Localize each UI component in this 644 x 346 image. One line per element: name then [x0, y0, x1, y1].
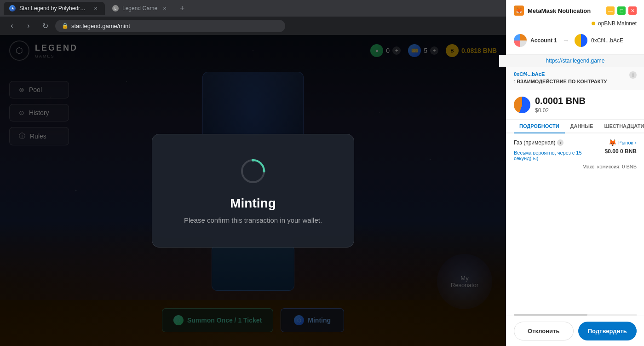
- mm-maximize-button[interactable]: □: [617, 6, 626, 15]
- mm-transfer-arrow: →: [563, 37, 569, 44]
- mm-contract-section: 0xCf4...bAcE : ВЗАИМОДЕЙСТВИЕ ПО КОНТРАК…: [506, 67, 644, 90]
- mm-contract-info: 0xCf4...bAcE : ВЗАИМОДЕЙСТВИЕ ПО КОНТРАК…: [514, 71, 607, 85]
- back-button[interactable]: ‹: [6, 19, 18, 32]
- tab-close-1[interactable]: ✕: [92, 5, 99, 12]
- mm-to-avatar: [575, 34, 587, 47]
- mm-network-name: opBNB Mainnet: [598, 20, 637, 27]
- mm-pie-chart-icon: [514, 97, 530, 113]
- mm-window-controls: — □ ✕: [606, 6, 637, 15]
- mm-tabs: ПОДРОБНОСТИ ДАННЫЕ ШЕСТНАДЦАТИРИЧНЫЕ: [506, 120, 644, 133]
- mm-amount-section: 0.0001 BNB $0.02: [506, 90, 644, 120]
- mm-from-avatar: [514, 34, 527, 47]
- url-text: star.legend.game/mint: [71, 23, 130, 29]
- mm-contract-address: 0xCf4...bAcE: [514, 71, 607, 77]
- mm-gas-row: Газ (примерная) i 🦊 Рынок ›: [514, 139, 637, 146]
- mm-title-text: MetaMask Notification: [528, 7, 591, 14]
- mm-usd-amount: $0.02: [535, 107, 586, 114]
- mm-tab-data[interactable]: ДАННЫЕ: [565, 120, 599, 133]
- mm-footer: Отклонить Подтвердить: [506, 316, 644, 346]
- svg-point-2: [263, 170, 265, 173]
- tab-favicon-2: L: [112, 5, 119, 12]
- minting-modal: Minting Please confirm this transaction …: [152, 134, 354, 248]
- new-tab-button[interactable]: +: [176, 2, 189, 15]
- mm-from-account: Account 1: [530, 37, 557, 44]
- mm-site-url: https://star.legend.game: [499, 55, 644, 67]
- mm-contract-label: ВЗАИМОДЕЙСТВИЕ ПО КОНТРАКТУ: [517, 79, 607, 84]
- mm-gas-section: Газ (примерная) i 🦊 Рынок › Весьма вероя…: [506, 133, 644, 314]
- mm-market-link[interactable]: 🦊 Рынок ›: [609, 139, 637, 146]
- mm-close-button[interactable]: ✕: [628, 6, 637, 15]
- mm-to-address: 0xCf4...bAcE: [591, 37, 623, 44]
- minting-overlay: Minting Please confirm this transaction …: [0, 35, 506, 346]
- mm-network-indicator: [592, 22, 595, 25]
- loading-spinner: [239, 157, 267, 185]
- svg-point-1: [252, 159, 254, 161]
- minting-title: Minting: [180, 196, 326, 211]
- game-area: ⬡ LEGEND GAMES ● 0 + 🎫 5 + B 0.0818 BNB: [0, 35, 506, 346]
- mm-info-icon[interactable]: i: [629, 71, 637, 79]
- mm-title-bar: 🦊 MetaMask Notification — □ ✕: [514, 6, 637, 16]
- tab-1[interactable]: ★ Star Legend by Polyhedra Netw... ✕: [4, 2, 105, 15]
- mm-network: opBNB Mainnet: [514, 20, 637, 27]
- tab-title-1: Star Legend by Polyhedra Netw...: [19, 5, 88, 12]
- mm-minimize-button[interactable]: —: [606, 6, 615, 15]
- mm-max-fee: Макс. комиссия: 0 BNB: [514, 164, 637, 169]
- mm-gas-info-icon[interactable]: i: [557, 139, 564, 146]
- forward-button[interactable]: ›: [22, 19, 35, 32]
- mm-amount-values: 0.0001 BNB $0.02: [535, 96, 586, 114]
- mm-confirm-button[interactable]: Подтвердить: [578, 322, 637, 340]
- mm-reject-button[interactable]: Отклонить: [514, 322, 574, 340]
- mm-bnb-amount: 0.0001 BNB: [535, 96, 586, 106]
- minting-subtitle: Please confirm this transaction in your …: [180, 216, 326, 224]
- refresh-button[interactable]: ↻: [39, 19, 52, 32]
- mm-tab-hex[interactable]: ШЕСТНАДЦАТИРИЧНЫЕ: [598, 120, 644, 133]
- url-bar[interactable]: 🔒 star.legend.game/mint: [55, 20, 285, 32]
- mm-amount-row: 0.0001 BNB $0.02: [514, 96, 637, 114]
- tab-close-2[interactable]: ✕: [161, 5, 168, 12]
- mm-fox-small-icon: 🦊: [609, 139, 616, 146]
- lock-icon: 🔒: [62, 23, 69, 29]
- tab-favicon-1: ★: [9, 5, 16, 12]
- mm-gas-likely-text: Весьма вероятно, через с 15 секунд(-ы): [514, 150, 587, 161]
- tab-2[interactable]: L Legend Game ✕: [107, 2, 174, 15]
- mm-gas-label: Газ (примерная) i: [514, 139, 564, 146]
- mm-tab-details[interactable]: ПОДРОБНОСТИ: [514, 120, 565, 133]
- mm-gas-values: $0.00 0 BNB: [605, 148, 637, 155]
- mm-account-row: Account 1 → 0xCf4...bAcE: [514, 30, 637, 51]
- mm-app-title: 🦊 MetaMask Notification: [514, 6, 591, 16]
- mm-header: 🦊 MetaMask Notification — □ ✕ opBNB Main…: [506, 0, 644, 55]
- mm-gas-usd: $0.00 0 BNB: [605, 148, 637, 155]
- metamask-fox-logo: 🦊: [514, 6, 524, 16]
- metamask-panel: 🦊 MetaMask Notification — □ ✕ opBNB Main…: [506, 0, 644, 346]
- tab-title-2: Legend Game: [122, 5, 157, 12]
